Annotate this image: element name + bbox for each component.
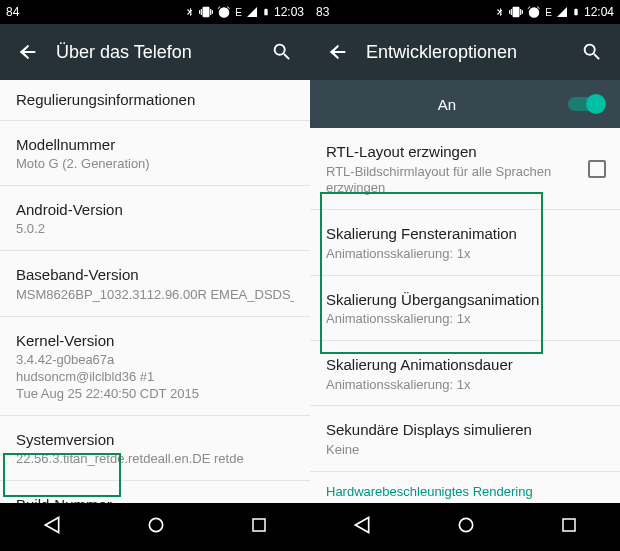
nav-bar — [310, 503, 620, 551]
bluetooth-icon — [495, 5, 505, 19]
master-switch-label: An — [326, 96, 568, 113]
settings-list[interactable]: RTL-Layout erzwingen RTL-Bildschirmlayou… — [310, 128, 620, 503]
svg-rect-3 — [563, 519, 575, 531]
search-button[interactable] — [262, 32, 302, 72]
item-simulate-secondary-displays[interactable]: Sekundäre Displays simulieren Keine — [310, 406, 620, 471]
vibrate-icon — [199, 5, 213, 19]
search-button[interactable] — [572, 32, 612, 72]
item-animator-duration-scale[interactable]: Skalierung Animationsdauer Animationsska… — [310, 341, 620, 406]
vibrate-icon — [509, 5, 523, 19]
settings-list[interactable]: Regulierungsinformationen Modellnummer M… — [0, 80, 310, 503]
battery-percent: 83 — [316, 5, 329, 19]
item-system-version[interactable]: Systemversion 22.56.3.titan_retde.retdea… — [0, 416, 310, 481]
screen-developer-options: 83 E 12:04 Entwickleroptionen An RTL-Lay… — [310, 0, 620, 551]
item-baseband-version[interactable]: Baseband-Version MSM8626BP_1032.3112.96.… — [0, 251, 310, 316]
master-switch-bar: An — [310, 80, 620, 128]
alarm-icon — [527, 5, 541, 19]
screen-about-phone: 84 E 12:03 Über das Telefon Regulierungs… — [0, 0, 310, 551]
svg-rect-1 — [253, 519, 265, 531]
item-transition-animation-scale[interactable]: Skalierung Übergangsanimation Animations… — [310, 276, 620, 341]
nav-recents-button[interactable] — [250, 516, 268, 538]
nav-back-button[interactable] — [352, 515, 372, 539]
nav-home-button[interactable] — [146, 515, 166, 539]
network-type: E — [235, 7, 242, 18]
alarm-icon — [217, 5, 231, 19]
clock-time: 12:03 — [274, 5, 304, 19]
status-bar: 83 E 12:04 — [310, 0, 620, 24]
app-bar: Entwickleroptionen — [310, 24, 620, 80]
nav-back-button[interactable] — [42, 515, 62, 539]
status-icons: E 12:04 — [495, 5, 614, 19]
status-bar: 84 E 12:03 — [0, 0, 310, 24]
item-model-number[interactable]: Modellnummer Moto G (2. Generation) — [0, 121, 310, 186]
svg-point-0 — [149, 518, 162, 531]
status-icons: E 12:03 — [185, 5, 304, 19]
nav-home-button[interactable] — [456, 515, 476, 539]
app-bar: Über das Telefon — [0, 24, 310, 80]
network-type: E — [545, 7, 552, 18]
battery-icon — [262, 5, 270, 19]
page-title: Über das Telefon — [48, 42, 262, 63]
clock-time: 12:04 — [584, 5, 614, 19]
back-button[interactable] — [318, 32, 358, 72]
page-title: Entwickleroptionen — [358, 42, 572, 63]
item-kernel-version[interactable]: Kernel-Version 3.4.42-g0bea67a hudsoncm@… — [0, 317, 310, 416]
master-switch-toggle[interactable] — [568, 97, 604, 111]
item-build-number[interactable]: Build-Nummer LXB22.99-16.3 — [0, 481, 310, 503]
svg-point-2 — [459, 518, 472, 531]
item-rtl-layout[interactable]: RTL-Layout erzwingen RTL-Bildschirmlayou… — [310, 128, 620, 210]
back-button[interactable] — [8, 32, 48, 72]
item-android-version[interactable]: Android-Version 5.0.2 — [0, 186, 310, 251]
signal-icon — [556, 6, 568, 18]
signal-icon — [246, 6, 258, 18]
checkbox[interactable] — [588, 160, 606, 178]
item-regulatory[interactable]: Regulierungsinformationen — [0, 80, 310, 121]
battery-percent: 84 — [6, 5, 19, 19]
nav-bar — [0, 503, 310, 551]
battery-icon — [572, 5, 580, 19]
bluetooth-icon — [185, 5, 195, 19]
section-hardware-rendering: Hardwarebeschleunigtes Rendering — [310, 472, 620, 503]
item-window-animation-scale[interactable]: Skalierung Fensteranimation Animationssk… — [310, 210, 620, 275]
nav-recents-button[interactable] — [560, 516, 578, 538]
